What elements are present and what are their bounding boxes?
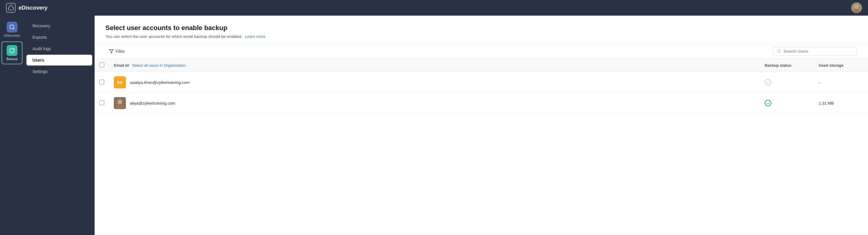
sidebar-item-recovery[interactable]: Recovery [26, 21, 92, 31]
nav-icon-column: eDiscovery Backup [0, 16, 24, 235]
nav-item-backup[interactable]: Backup [1, 41, 23, 64]
row1-email-cell: AA aaaliya.khan@zylkertraining.com [109, 72, 760, 93]
row1-storage-cell: - [814, 72, 868, 93]
search-box [773, 47, 857, 56]
row2-status-icon [765, 100, 771, 107]
user-avatar[interactable] [851, 2, 862, 13]
row2-checkbox-cell [95, 93, 109, 114]
nav-item-ediscovery-label: eDiscovery [4, 34, 20, 37]
svg-point-3 [10, 25, 14, 29]
content-header: Select user accounts to enable backup Yo… [95, 16, 868, 43]
header-email-col: Email Id Select all users in Organizatio… [109, 59, 760, 72]
table-header-row: Email Id Select all users in Organizatio… [95, 59, 868, 72]
row2-storage-cell: 1.31 MB [814, 93, 868, 114]
users-table: Email Id Select all users in Organizatio… [95, 59, 868, 235]
header-status-col: Backup status [760, 59, 814, 72]
sidebar-item-users[interactable]: Users [26, 55, 92, 65]
select-all-users-link[interactable]: Select all users in Organization [132, 63, 186, 68]
row1-email: aaaliya.khan@zylkertraining.com [130, 80, 189, 85]
row2-status-cell [760, 93, 814, 114]
table-toolbar: Filter [95, 43, 868, 59]
sidebar-item-settings[interactable]: Settings [26, 66, 92, 77]
backup-icon [7, 45, 18, 56]
header-storage-col: Used storage [814, 59, 868, 72]
row1-checkbox[interactable] [99, 80, 104, 84]
row2-email: aliya@zylkertraining.com [130, 101, 175, 106]
select-all-checkbox[interactable] [99, 62, 104, 67]
brand-icon [6, 3, 16, 12]
row2-email-cell: aliya@zylkertraining.com [109, 93, 760, 114]
search-icon [777, 49, 781, 54]
row1-status-cell [760, 72, 814, 93]
content-area: Select user accounts to enable backup Yo… [95, 16, 868, 235]
svg-marker-4 [109, 50, 113, 53]
table-row: aliya@zylkertraining.com 1.31 M [95, 93, 868, 114]
svg-point-1 [855, 4, 859, 9]
page-subtitle: You can select the user accounts for whi… [105, 34, 857, 39]
brand-name: eDiscovery [19, 5, 48, 11]
sub-nav: Recovery Exports Audit logs Users Settin… [24, 16, 95, 235]
row1-status-icon [765, 79, 771, 86]
brand: eDiscovery [6, 3, 48, 12]
row2-checkbox[interactable] [99, 100, 104, 105]
row1-avatar: AA [114, 76, 126, 88]
sidebar-item-audit-logs[interactable]: Audit logs [26, 43, 92, 54]
ediscovery-icon [7, 22, 18, 32]
table-row: AA aaaliya.khan@zylkertraining.com [95, 72, 868, 93]
search-input[interactable] [784, 49, 853, 54]
svg-point-7 [118, 99, 122, 104]
learn-more-link[interactable]: Learn more [245, 34, 266, 39]
sidebar: eDiscovery Backup Recovery Exports Au [0, 16, 95, 235]
nav-item-backup-label: Backup [7, 57, 18, 61]
filter-button[interactable]: Filter [105, 47, 128, 56]
filter-icon [109, 49, 114, 54]
row1-checkbox-cell [95, 72, 109, 93]
row2-avatar [114, 97, 126, 109]
sidebar-item-exports[interactable]: Exports [26, 32, 92, 43]
page-title: Select user accounts to enable backup [105, 24, 857, 32]
nav-item-ediscovery[interactable]: eDiscovery [1, 19, 23, 40]
svg-point-5 [778, 50, 780, 52]
header-checkbox-col [95, 59, 109, 72]
